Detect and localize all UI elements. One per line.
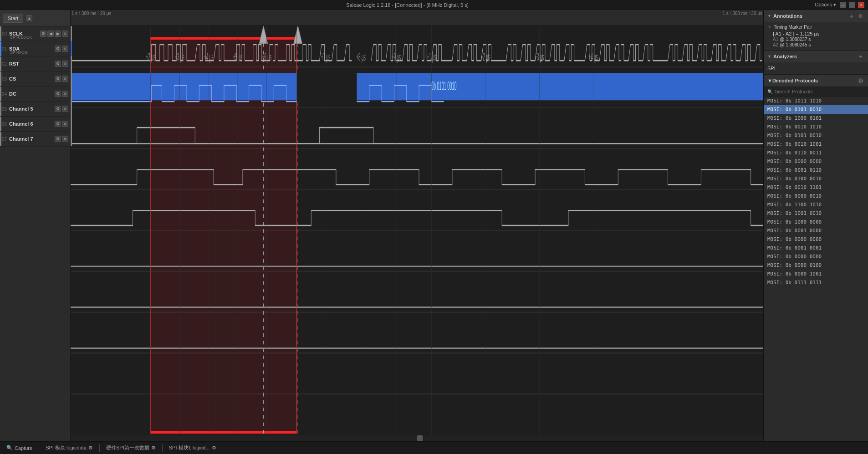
capture-button[interactable]: 🔍 Capture xyxy=(4,444,35,452)
channel-gear-07[interactable]: ⚙ xyxy=(55,136,61,142)
channel-icons-06: ⚙ ✕ xyxy=(55,121,68,127)
decoded-protocols-header[interactable]: ▼ Decoded Protocols ⚙ xyxy=(764,75,868,87)
svg-text:0b 0101  0010: 0b 0101 0010 xyxy=(431,79,457,93)
channel-icons-04: ⚙ ✕ xyxy=(55,91,68,97)
analyzers-section: ▼ Analyzers + SPI xyxy=(764,51,868,75)
tab-3[interactable]: SPI 模块1 logicd... ⚙ xyxy=(166,444,219,452)
protocol-item-3[interactable]: MOSI: 0b 0010 1010 xyxy=(764,122,868,131)
a2-label: A2 xyxy=(773,42,778,47)
waveforms-container[interactable]: +2 µs +3 µs +4 µs +5 µs +6 µs +7 µs +8 µ… xyxy=(71,26,763,435)
waveform-display[interactable]: +2 µs +3 µs +4 µs +5 µs +6 µs +7 µs +8 µ… xyxy=(71,26,763,435)
channel-gear-03[interactable]: ⚙ xyxy=(55,76,61,82)
annotations-header[interactable]: ▼ Annotations + ⚙ xyxy=(764,10,868,22)
tab3-gear-icon[interactable]: ⚙ xyxy=(212,445,216,451)
channel-color-07 xyxy=(0,132,1,146)
channel-num-02: 02 xyxy=(2,61,9,66)
channel-close-00[interactable]: ✕ xyxy=(62,31,68,37)
protocol-item-13[interactable]: MOSI: 0b 1001 0010 xyxy=(764,209,868,218)
channel-close-02[interactable]: ✕ xyxy=(62,61,68,67)
start-button[interactable]: Start xyxy=(3,14,23,23)
channel-play-00[interactable]: ◀ xyxy=(47,31,54,37)
protocol-item-1[interactable]: MOSI: 0b 0101 0010 xyxy=(764,105,868,114)
maximize-button[interactable]: □ xyxy=(849,2,855,8)
channel-num-03: 03 xyxy=(2,77,9,82)
protocol-item-18[interactable]: MOSI: 0b 0000 0000 xyxy=(764,252,868,261)
protocol-item-4[interactable]: MOSI: 0b 0101 0010 xyxy=(764,131,868,140)
protocol-item-15[interactable]: MOSI: 0b 0001 0000 xyxy=(764,226,868,235)
scroll-up-button[interactable]: ▲ xyxy=(26,15,32,21)
right-panel: ▼ Annotations + ⚙ ▼ Timing Marker Pair |… xyxy=(763,10,868,441)
channel-row-07: 07 Channel 7 ⚙ ✕ xyxy=(0,132,70,147)
a1-value: @ 1.3080237 s xyxy=(780,37,811,42)
channel-gear-00[interactable]: ⚙ xyxy=(40,31,46,37)
protocol-item-2[interactable]: MOSI: 0b 1000 0101 xyxy=(764,114,868,122)
scrollbar-thumb[interactable] xyxy=(417,435,423,441)
protocol-item-9[interactable]: MOSI: 0b 0100 0010 xyxy=(764,174,868,183)
annotations-add-button[interactable]: + xyxy=(848,12,855,20)
a1-label: A1 xyxy=(773,37,778,42)
marker-diff-row: | A1 - A2 | = 1.125 µs xyxy=(773,31,864,36)
tab2-gear-icon[interactable]: ⚙ xyxy=(151,445,156,451)
channel-gear-06[interactable]: ⚙ xyxy=(55,121,61,127)
channel-gear-01[interactable]: ⚙ xyxy=(55,46,61,52)
channel-close-04[interactable]: ✕ xyxy=(62,91,68,97)
analyzer-spi[interactable]: SPI xyxy=(767,64,864,72)
protocol-item-14[interactable]: MOSI: 0b 1000 0000 xyxy=(764,218,868,226)
channel-sub-01: SPI-MOSI xyxy=(10,50,29,51)
marker-diff-value: | A1 - A2 | = 1.125 µs xyxy=(773,31,819,36)
channel-icons-03: ⚙ ✕ xyxy=(55,76,68,82)
channel-color-04 xyxy=(0,87,1,101)
channel-num-04: 04 xyxy=(2,92,9,97)
channel-color-02 xyxy=(0,56,1,71)
svg-rect-29 xyxy=(357,73,763,100)
time-ruler: 1 s : 308 ms : 20 µs 1 s : 308 ms : 30 µ… xyxy=(71,10,763,26)
channel-num-07: 07 xyxy=(2,137,9,142)
marker-expand-icon: ▼ xyxy=(767,25,772,30)
protocol-item-12[interactable]: MOSI: 0b 1100 1010 xyxy=(764,200,868,209)
channel-close-03[interactable]: ✕ xyxy=(62,76,68,82)
channel-next-00[interactable]: ▶ xyxy=(55,31,61,37)
channel-name-05: Channel 5 xyxy=(9,106,55,112)
channel-row-04: 04 DC ⚙ ✕ xyxy=(0,87,70,102)
annotations-gear-button[interactable]: ⚙ xyxy=(857,12,864,20)
svg-rect-27 xyxy=(71,73,297,100)
tab-1[interactable]: SPI 模块 logicdata ⚙ xyxy=(43,444,96,452)
search-protocols-input[interactable] xyxy=(775,89,864,94)
protocol-item-0[interactable]: MOSI: 0b 1011 1010 xyxy=(764,97,868,105)
channel-close-05[interactable]: ✕ xyxy=(62,106,68,112)
protocol-item-19[interactable]: MOSI: 0b 0000 0100 xyxy=(764,261,868,270)
a1-row: A1 @ 1.3080237 s xyxy=(773,36,864,42)
channels-panel: Start ▲ 00 SCLK SPI-CLOCK ⚙ ◀▶ ✕ 01 SDA … xyxy=(0,10,71,441)
protocol-item-20[interactable]: MOSI: 0b 0000 1001 xyxy=(764,270,868,278)
channel-gear-05[interactable]: ⚙ xyxy=(55,106,61,112)
channel-row-00: 00 SCLK SPI-CLOCK ⚙ ◀▶ ✕ xyxy=(0,26,70,41)
decoded-protocols-gear-button[interactable]: ⚙ xyxy=(857,77,864,84)
tab-2[interactable]: 硬件SPI第一次数据 ⚙ xyxy=(103,444,158,452)
horizontal-scrollbar[interactable] xyxy=(71,435,763,441)
analyzers-header[interactable]: ▼ Analyzers + xyxy=(764,51,868,62)
channel-num-01: 01 xyxy=(2,46,9,51)
protocol-item-11[interactable]: MOSI: 0b 0000 0010 xyxy=(764,192,868,200)
channel-close-07[interactable]: ✕ xyxy=(62,136,68,142)
options-button[interactable]: Options ▾ xyxy=(815,2,840,8)
channel-gear-02[interactable]: ⚙ xyxy=(55,61,61,67)
tab1-gear-icon[interactable]: ⚙ xyxy=(88,445,93,451)
protocol-item-16[interactable]: MOSI: 0b 0000 0000 xyxy=(764,235,868,244)
protocol-item-21[interactable]: MOSI: 0b 0111 0111 xyxy=(764,278,868,287)
analyzers-add-button[interactable]: + xyxy=(857,53,864,60)
minimize-button[interactable]: — xyxy=(840,2,846,8)
channel-gear-04[interactable]: ⚙ xyxy=(55,91,61,97)
protocol-item-17[interactable]: MOSI: 0b 0001 0001 xyxy=(764,244,868,252)
protocol-item-7[interactable]: MOSI: 0b 0000 0000 xyxy=(764,157,868,166)
protocol-item-10[interactable]: MOSI: 0b 0010 1101 xyxy=(764,183,868,192)
protocol-item-6[interactable]: MOSI: 0b 0110 0011 xyxy=(764,148,868,157)
channel-num-05: 05 xyxy=(2,107,9,112)
channel-icons-01: ⚙ ✕ xyxy=(55,46,68,52)
close-button[interactable]: ✕ xyxy=(858,2,864,8)
channel-close-06[interactable]: ✕ xyxy=(62,121,68,127)
channel-icons-05: ⚙ ✕ xyxy=(55,106,68,112)
channel-close-01[interactable]: ✕ xyxy=(62,46,68,52)
protocol-item-5[interactable]: MOSI: 0b 0010 1001 xyxy=(764,140,868,148)
protocol-item-8[interactable]: MOSI: 0b 0001 0110 xyxy=(764,166,868,174)
channel-sub-00: SPI-CLOCK xyxy=(10,35,32,36)
